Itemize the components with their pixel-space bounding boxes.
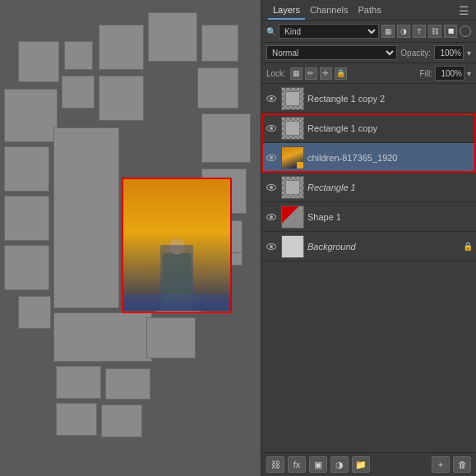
tab-layers[interactable]: Layers [268, 2, 305, 20]
heart-rect-16 [53, 312, 152, 362]
heart-rect-23 [56, 403, 97, 436]
eye-icon-3[interactable] [265, 181, 278, 194]
filter-btn-3[interactable]: T [413, 25, 426, 38]
tab-channels[interactable]: Channels [305, 2, 353, 20]
layer-item-shape1[interactable]: Shape 1 [261, 202, 476, 232]
layer-name-4: Shape 1 [307, 212, 473, 222]
heart-rect-20 [105, 368, 150, 400]
layer-item-rect-copy[interactable]: Rectangle 1 copy [261, 113, 476, 143]
layer-lock-icon: 🔒 [463, 242, 473, 251]
footer-mask-btn[interactable]: ▣ [309, 456, 327, 473]
opacity-label: Opacity: [400, 49, 431, 58]
heart-rect-18 [18, 296, 51, 329]
heart-rect-5 [201, 25, 238, 62]
layer-name-2: children-817365_1920 [307, 153, 473, 163]
heart-rect-6 [4, 89, 58, 142]
lock-label: Lock: [266, 69, 286, 78]
footer-delete-btn[interactable]: 🗑 [453, 456, 471, 473]
eye-icon-0[interactable] [265, 92, 278, 105]
eye-icon-4[interactable] [265, 210, 278, 224]
photo-content [123, 179, 230, 311]
heart-rect-19 [56, 366, 101, 399]
layers-list: Rectangle 1 copy 2 Rectangle 1 copy chil… [261, 84, 476, 452]
heart-rect-1 [18, 41, 59, 82]
tab-paths[interactable]: Paths [354, 2, 386, 20]
lock-all-btn[interactable]: 🔒 [335, 67, 347, 80]
eye-icon-2[interactable] [265, 151, 278, 164]
filter-btn-5[interactable]: 🔲 [444, 25, 457, 38]
heart-rect-8 [99, 76, 144, 121]
layer-thumb-0 [281, 87, 304, 110]
opacity-input[interactable] [434, 45, 464, 60]
lock-transparency-btn[interactable]: ▦ [290, 67, 303, 80]
lock-position-btn[interactable]: ✛ [320, 67, 332, 80]
lock-paint-btn[interactable]: ✏ [305, 67, 317, 80]
layer-item-photo[interactable]: children-817365_1920 [261, 143, 476, 173]
heart-rect-15 [4, 245, 49, 290]
filter-btn-1[interactable]: ▦ [381, 25, 395, 38]
filter-icon: 🔍 [266, 27, 276, 36]
layer-thumb-1 [281, 117, 304, 140]
layer-name-5: Background [307, 242, 460, 252]
footer-new-layer-btn[interactable]: + [432, 456, 450, 473]
layer-name-3: Rectangle 1 [307, 183, 473, 192]
panel-footer: ⛓ fx ▣ ◑ 📁 + 🗑 [261, 452, 476, 476]
lock-row: Lock: ▦ ✏ ✛ 🔒 Fill: ▾ [261, 63, 476, 84]
photo-layer [123, 179, 230, 311]
layer-thumb-2 [281, 146, 304, 169]
opacity-chevron[interactable]: ▾ [467, 49, 471, 58]
heart-rect-9 [197, 67, 238, 109]
filter-toggle[interactable] [460, 25, 471, 37]
layer-name-1: Rectangle 1 copy [307, 123, 473, 133]
eye-icon-5[interactable] [265, 240, 278, 253]
layer-thumb-4 [281, 206, 304, 229]
mode-select[interactable]: Normal [266, 45, 397, 60]
layer-name-0: Rectangle 1 copy 2 [307, 94, 473, 104]
panel-menu-icon[interactable]: ☰ [459, 4, 469, 17]
footer-fx-btn[interactable]: fx [288, 456, 306, 473]
canvas-area [0, 0, 261, 476]
filter-select[interactable]: Kind [279, 24, 379, 39]
footer-adjustment-btn[interactable]: ◑ [330, 456, 349, 473]
fill-label: Fill: [419, 69, 432, 78]
tabs-row: Layers Channels Paths ☰ [261, 0, 476, 21]
layer-item-rect1[interactable]: Rectangle 1 [261, 173, 476, 202]
filter-btn-2[interactable]: ◑ [397, 25, 410, 38]
layer-item-bg[interactable]: Background 🔒 [261, 232, 476, 261]
footer-link-btn[interactable]: ⛓ [266, 456, 284, 473]
heart-rect-11 [53, 127, 119, 308]
layer-thumb-3 [281, 176, 304, 199]
filter-btn-4[interactable]: ⛓ [428, 25, 441, 38]
filter-row: 🔍 Kind ▦ ◑ T ⛓ 🔲 [261, 21, 476, 43]
mode-row: Normal Opacity: ▾ [261, 43, 476, 63]
heart-rect-3 [99, 25, 144, 70]
heart-rect-13 [201, 113, 251, 163]
layer-item-rect-copy2[interactable]: Rectangle 1 copy 2 [261, 84, 476, 113]
footer-group-btn[interactable]: 📁 [352, 456, 370, 473]
heart-rect-2 [64, 41, 93, 70]
heart-rect-25 [146, 317, 196, 358]
fill-chevron[interactable]: ▾ [467, 69, 471, 78]
heart-rect-10 [4, 146, 49, 192]
layer-thumb-5 [281, 235, 304, 258]
heart-rect-12 [4, 196, 49, 241]
heart-rect-7 [62, 76, 95, 109]
heart-rect-24 [101, 404, 142, 437]
fill-input[interactable] [435, 66, 464, 81]
eye-icon-1[interactable] [265, 122, 278, 135]
layers-panel: Layers Channels Paths ☰ 🔍 Kind ▦ ◑ T ⛓ 🔲… [261, 0, 476, 476]
heart-rect-4 [148, 12, 197, 62]
